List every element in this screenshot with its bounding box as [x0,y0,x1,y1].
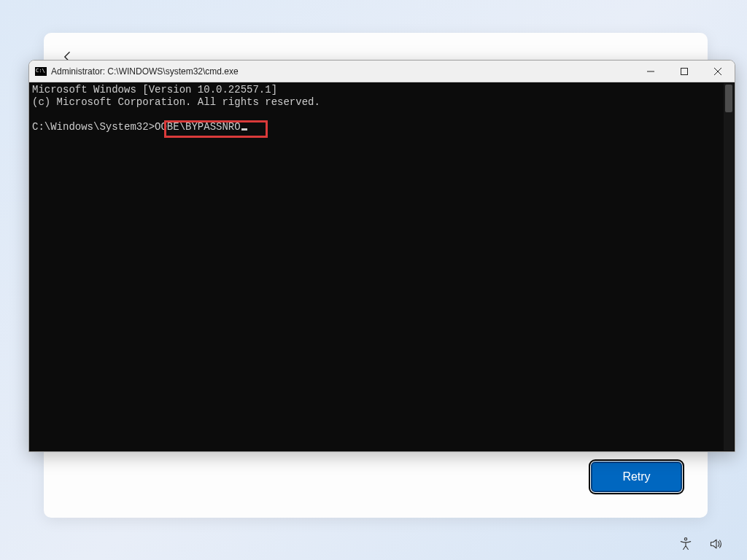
maximize-icon [681,68,688,75]
close-icon [714,68,721,75]
accessibility-icon [678,537,693,551]
terminal-cursor [241,128,247,131]
retry-button-label: Retry [622,470,650,483]
terminal-typed-command: OOBE\BYPASSNRO [155,121,241,133]
system-tray [678,537,724,551]
svg-point-1 [684,538,686,540]
window-controls [634,61,735,82]
terminal-body[interactable]: Microsoft Windows [Version 10.0.22557.1]… [29,82,735,451]
scrollbar[interactable] [724,83,734,451]
volume-icon [709,537,724,551]
scrollbar-thumb[interactable] [725,85,732,112]
terminal-line-copyright: (c) Microsoft Corporation. All rights re… [32,96,320,108]
terminal-line-version: Microsoft Windows [Version 10.0.22557.1] [32,84,277,96]
minimize-button[interactable] [634,61,667,82]
cmd-icon [35,67,47,76]
cmd-window: Administrator: C:\WINDOWS\system32\cmd.e… [28,60,735,452]
accessibility-button[interactable] [678,537,693,551]
titlebar[interactable]: Administrator: C:\WINDOWS\system32\cmd.e… [29,61,735,82]
close-button[interactable] [701,61,735,82]
maximize-button[interactable] [667,61,701,82]
minimize-icon [647,68,654,75]
svg-rect-0 [681,68,688,74]
terminal-prompt: C:\Windows\System32> [32,121,155,133]
retry-button[interactable]: Retry [591,462,682,492]
window-title: Administrator: C:\WINDOWS\system32\cmd.e… [51,66,239,77]
volume-button[interactable] [709,537,724,551]
